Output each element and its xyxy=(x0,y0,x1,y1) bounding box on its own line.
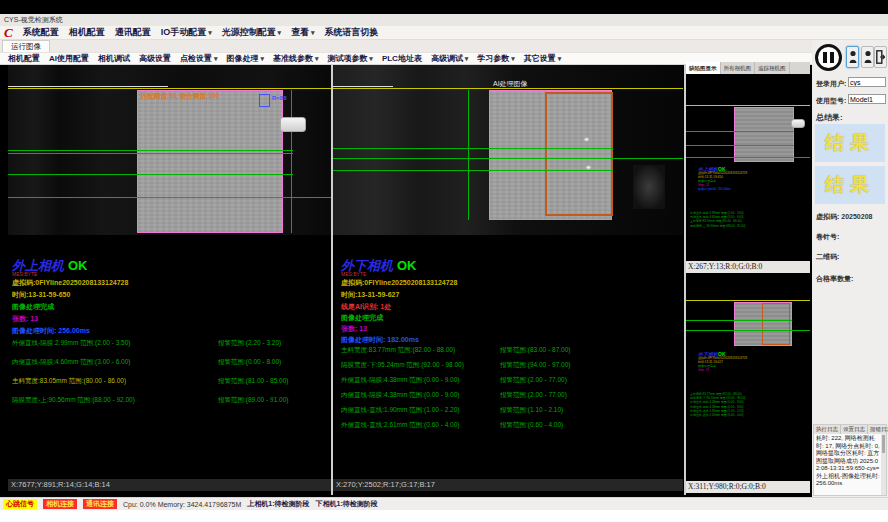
menu-camera-config[interactable]: 相机配置 xyxy=(69,26,105,39)
middle-camera-panel: AI处理图像 外下相机OK MES:BYTE 虚拟码:0FIYline20250… xyxy=(333,65,683,497)
middle-camera-view[interactable]: AI处理图像 xyxy=(333,65,683,235)
exit-button[interactable] xyxy=(874,46,887,68)
login-user-input[interactable] xyxy=(848,77,886,87)
log-tab-exec[interactable]: 执行日志 xyxy=(814,425,841,434)
camera-status-ok: OK xyxy=(68,258,88,273)
model-label: 使用型号: xyxy=(816,96,846,106)
operator-button[interactable] xyxy=(861,46,874,68)
measure-line-green xyxy=(686,330,810,331)
qr-code-label: 二维码: xyxy=(816,252,839,262)
measure-line-green xyxy=(8,197,331,198)
measure-label: 隔膜宽度-上:90.56mm 范围:(88.00 - 92.00) xyxy=(12,396,135,405)
measure-alarm: 报警范围:(0.60 - 4.00) xyxy=(500,421,563,430)
highlight-spot xyxy=(583,137,590,142)
baseline-yellow xyxy=(8,88,331,89)
tab-track-camera[interactable]: 追踪相机图 xyxy=(755,62,790,74)
measure-alarm: 报警范围:(89.00 - 91.00) xyxy=(218,396,288,405)
left-camera-panel: 匹配阈值:93, 吻合阈值:100 R=88 外上相机OK MES:BYTE 虚… xyxy=(8,65,331,497)
menu-view[interactable]: 查看 xyxy=(291,26,314,39)
tool-learning-params[interactable]: 学习参数 xyxy=(477,53,514,64)
connector-blob xyxy=(280,117,306,132)
ai-detect-rect xyxy=(762,303,790,345)
measure-label: 主料宽度:83.05mm 范围:(80.00 - 86.00) xyxy=(12,377,126,386)
status-bar: 心跳信号 相机连接 通讯连接 Cpu: 0.0% Memory: 3424.41… xyxy=(0,497,888,510)
tool-other-settings[interactable]: 其它设置 xyxy=(524,53,561,64)
mini-measure-rows: 主料宽度:83.77mm 范围:(82.00 - 88.00) 隔膜宽度-下:9… xyxy=(690,392,810,417)
left-coord-bar: X:7677;Y:891;R:14;G:14;B:14 xyxy=(8,479,331,491)
measure-label: 外侧直线-直线:2.61mm 范围:(0.60 - 4.00) xyxy=(690,413,810,417)
heartbeat-badge: 心跳信号 xyxy=(3,499,37,509)
tool-test-params[interactable]: 测试项参数 xyxy=(327,53,372,64)
pause-button[interactable] xyxy=(815,44,842,71)
mini-panel-top[interactable]: 外上相机OK 虚拟码:0FIYline20250208133124728 时间:… xyxy=(686,75,810,261)
cpu-memory-text: Cpu: 0.0% Memory: 3424.41796875M xyxy=(123,501,241,508)
mini-photo-region xyxy=(734,107,794,162)
measure-line-green xyxy=(8,153,293,154)
measure-line-green xyxy=(686,320,792,321)
camera-link-badge: 相机连接 xyxy=(43,499,77,509)
measure-label: 内侧直线-直线:1.90mm 范围:(1.00 - 2.20) xyxy=(341,406,459,415)
main-area: 匹配阈值:93, 吻合阈值:100 R=88 外上相机OK MES:BYTE 虚… xyxy=(0,65,888,497)
tool-advanced-settings[interactable]: 高级设置 xyxy=(139,53,171,64)
result-box-2: 结果 xyxy=(815,166,885,204)
frame-count-line: 张数: 13 xyxy=(698,368,810,372)
log-tab-settings[interactable]: 设置日志 xyxy=(841,425,868,434)
tool-image-processing[interactable]: 图像处理 xyxy=(226,53,263,64)
measure-alarm: 报警范围:(94.00 - 97.00) xyxy=(500,361,570,370)
measure-row: 内侧直线-直线:1.90mm 范围:(1.00 - 2.20) 报警范围:(1.… xyxy=(333,406,683,416)
window-title: CYS-视觉检测系统 xyxy=(0,14,888,26)
left-camera-view[interactable]: 匹配阈值:93, 吻合阈值:100 R=88 xyxy=(8,65,331,235)
mini-view-column: 缺陷图显示 所有相机图 追踪相机图 外上相机OK 虚拟码:0FIYline202… xyxy=(686,65,810,497)
measure-label: 隔膜宽度-上:90.56mm 范围:(88.00 - 92.00) xyxy=(690,224,810,228)
menu-system-config[interactable]: 系统配置 xyxy=(23,26,59,39)
tab-strip: 运行图像 xyxy=(0,40,888,52)
menu-bar: C 系统配置 相机配置 通讯配置 IO手动配置 光源控制配置 查看 系统语言切换 xyxy=(0,26,888,40)
measure-label: 主料宽度:83.77mm 范围:(82.00 - 88.00) xyxy=(341,346,455,355)
camera-status-ok: OK xyxy=(397,258,417,273)
reel-number-label: 卷针号: xyxy=(816,232,839,242)
tab-run-image[interactable]: 运行图像 xyxy=(2,40,50,52)
tool-ai-use-config[interactable]: AI使用配置 xyxy=(49,53,89,64)
right-sidebar: 登录用户: 使用型号: 总结果: 结果 结果 虚拟码: 20250208 卷针号… xyxy=(812,40,888,497)
measure-line-green xyxy=(333,170,613,171)
proc-time-line: 图像处理时间: 182.00ms xyxy=(341,335,419,345)
log-panel: 执行日志 设置日志 报错日志 耗时: 222, 网络检测耗时: 17, 网络分点… xyxy=(813,424,887,496)
tool-advanced-debug[interactable]: 高级调试 xyxy=(431,53,468,64)
time-line: 时间:13-31-59-627 xyxy=(341,290,399,300)
menu-comm-config[interactable]: 通讯配置 xyxy=(115,26,151,39)
tool-spot-check[interactable]: 点检设置 xyxy=(180,53,217,64)
menu-language-switch[interactable]: 系统语言切换 xyxy=(325,26,379,39)
log-scrollbar[interactable] xyxy=(881,433,886,495)
login-user-label: 登录用户: xyxy=(816,79,846,89)
model-input[interactable] xyxy=(848,94,886,104)
tool-plc-address[interactable]: PLC地址表 xyxy=(382,53,422,64)
log-tabs: 执行日志 设置日志 报错日志 xyxy=(814,425,886,434)
measure-row: 隔膜宽度-上:90.56mm 范围:(88.00 - 92.00) 报警范围:(… xyxy=(8,396,331,406)
tab-all-cameras[interactable]: 所有相机图 xyxy=(721,62,756,74)
measure-alarm: 报警范围:(83.00 - 87.00) xyxy=(500,346,570,355)
menu-io-manual-config[interactable]: IO手动配置 xyxy=(161,26,212,39)
sidebar-barcode-line: 虚拟码: 20250208 xyxy=(816,212,872,222)
mes-line: MES:BYTE xyxy=(341,271,366,277)
tool-camera-config[interactable]: 相机配置 xyxy=(8,53,40,64)
tool-baseline-params[interactable]: 基准线参数 xyxy=(273,53,318,64)
measure-label: 隔膜宽度-下:95.24mm 范围:(92.00 - 98.00) xyxy=(341,361,464,370)
log-text: 耗时: 222, 网络检测耗时: 17, 网络分点耗时: 0, 网络提取分区耗时… xyxy=(814,434,882,489)
menu-light-control-config[interactable]: 光源控制配置 xyxy=(222,26,281,39)
upper-camera-status: 上相机1:待检测阶段 xyxy=(247,499,309,509)
baseline-yellow xyxy=(686,300,810,301)
done-line: 图像处理完成 xyxy=(341,313,383,323)
measure-row: 外侧直线-直线:2.61mm 范围:(0.60 - 4.00) 报警范围:(0.… xyxy=(333,421,683,431)
measure-row: 主料宽度:83.05mm 范围:(80.00 - 86.00) 报警范围:(81… xyxy=(8,377,331,387)
measure-row: 外侧直线-隔膜:4.38mm 范围:(0.00 - 9.00) 报警范围:(2.… xyxy=(333,376,683,386)
mes-line: MES:BYTE xyxy=(12,271,37,277)
tab-defect-view[interactable]: 缺陷图显示 xyxy=(686,62,721,74)
mini-text-block: 外上相机OK 虚拟码:0FIYline20250208133124728 时间:… xyxy=(698,167,810,191)
left-photo-region xyxy=(137,90,283,233)
edge-line xyxy=(333,86,393,87)
tool-camera-debug[interactable]: 相机调试 xyxy=(98,53,130,64)
user-button[interactable] xyxy=(846,46,859,68)
roi-box-label: R=88 xyxy=(272,95,287,101)
log-scrollbar-thumb[interactable] xyxy=(882,435,885,453)
measure-label: 内侧直线-隔膜:4.60mm 范围:(3.00 - 6.00) xyxy=(12,358,130,367)
